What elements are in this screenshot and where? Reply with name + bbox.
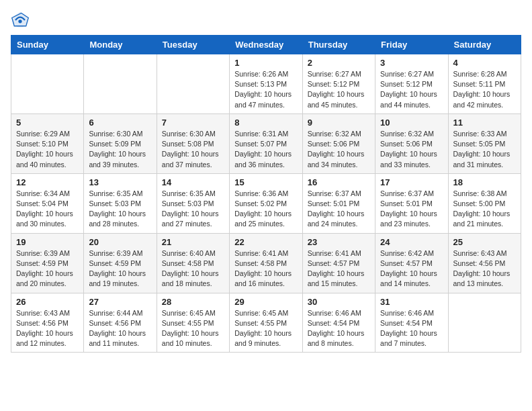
day-info: Sunrise: 6:26 AM Sunset: 5:13 PM Dayligh… [234, 69, 297, 110]
header-cell-monday: Monday [84, 36, 157, 54]
day-info: Sunrise: 6:39 AM Sunset: 4:59 PM Dayligh… [89, 248, 151, 289]
day-info: Sunrise: 6:42 AM Sunset: 4:57 PM Dayligh… [380, 248, 443, 289]
day-info: Sunrise: 6:46 AM Sunset: 4:54 PM Dayligh… [380, 308, 443, 349]
day-number: 7 [162, 118, 224, 128]
day-cell: 9Sunrise: 6:32 AM Sunset: 5:06 PM Daylig… [302, 113, 375, 173]
day-cell: 1Sunrise: 6:26 AM Sunset: 5:13 PM Daylig… [230, 54, 302, 114]
day-info: Sunrise: 6:27 AM Sunset: 5:12 PM Dayligh… [308, 69, 370, 110]
day-info: Sunrise: 6:34 AM Sunset: 5:04 PM Dayligh… [16, 189, 79, 230]
day-cell [448, 293, 521, 353]
day-cell: 12Sunrise: 6:34 AM Sunset: 5:04 PM Dayli… [11, 173, 84, 233]
day-info: Sunrise: 6:38 AM Sunset: 5:00 PM Dayligh… [453, 189, 516, 230]
page-header [11, 11, 521, 30]
day-cell: 27Sunrise: 6:44 AM Sunset: 4:56 PM Dayli… [84, 293, 157, 353]
day-number: 2 [308, 58, 370, 68]
day-info: Sunrise: 6:29 AM Sunset: 5:10 PM Dayligh… [16, 129, 79, 170]
day-number: 8 [234, 118, 297, 128]
day-cell: 6Sunrise: 6:30 AM Sunset: 5:09 PM Daylig… [84, 113, 157, 173]
day-number: 4 [453, 58, 516, 68]
day-info: Sunrise: 6:27 AM Sunset: 5:12 PM Dayligh… [380, 69, 443, 110]
day-cell: 31Sunrise: 6:46 AM Sunset: 4:54 PM Dayli… [375, 293, 448, 353]
week-row-5: 26Sunrise: 6:43 AM Sunset: 4:56 PM Dayli… [11, 293, 521, 353]
day-number: 3 [380, 58, 443, 68]
day-cell: 3Sunrise: 6:27 AM Sunset: 5:12 PM Daylig… [375, 54, 448, 114]
day-number: 30 [308, 297, 370, 307]
day-info: Sunrise: 6:32 AM Sunset: 5:06 PM Dayligh… [308, 129, 370, 170]
day-info: Sunrise: 6:41 AM Sunset: 4:58 PM Dayligh… [234, 248, 297, 289]
day-number: 1 [234, 58, 297, 68]
day-number: 16 [308, 177, 370, 187]
day-number: 31 [380, 297, 443, 307]
header-row: SundayMondayTuesdayWednesdayThursdayFrid… [11, 36, 521, 54]
day-number: 11 [453, 118, 516, 128]
day-cell: 29Sunrise: 6:45 AM Sunset: 4:55 PM Dayli… [230, 293, 302, 353]
svg-point-2 [18, 19, 21, 23]
day-info: Sunrise: 6:37 AM Sunset: 5:01 PM Dayligh… [380, 189, 443, 230]
week-row-1: 1Sunrise: 6:26 AM Sunset: 5:13 PM Daylig… [11, 54, 521, 114]
header-cell-tuesday: Tuesday [157, 36, 229, 54]
week-row-4: 19Sunrise: 6:39 AM Sunset: 4:59 PM Dayli… [11, 233, 521, 293]
day-info: Sunrise: 6:28 AM Sunset: 5:11 PM Dayligh… [453, 69, 516, 110]
day-number: 25 [453, 237, 516, 247]
header-cell-wednesday: Wednesday [230, 36, 302, 54]
day-cell: 17Sunrise: 6:37 AM Sunset: 5:01 PM Dayli… [375, 173, 448, 233]
week-row-2: 5Sunrise: 6:29 AM Sunset: 5:10 PM Daylig… [11, 113, 521, 173]
day-cell: 11Sunrise: 6:33 AM Sunset: 5:05 PM Dayli… [448, 113, 521, 173]
day-number: 15 [234, 177, 297, 187]
day-number: 29 [234, 297, 297, 307]
day-info: Sunrise: 6:45 AM Sunset: 4:55 PM Dayligh… [234, 308, 297, 349]
day-number: 22 [234, 237, 297, 247]
day-cell: 8Sunrise: 6:31 AM Sunset: 5:07 PM Daylig… [230, 113, 302, 173]
day-cell: 14Sunrise: 6:35 AM Sunset: 5:03 PM Dayli… [157, 173, 229, 233]
day-info: Sunrise: 6:39 AM Sunset: 4:59 PM Dayligh… [16, 248, 79, 289]
header-cell-thursday: Thursday [302, 36, 375, 54]
header-cell-friday: Friday [375, 36, 448, 54]
day-number: 19 [16, 237, 79, 247]
day-number: 26 [16, 297, 79, 307]
day-info: Sunrise: 6:37 AM Sunset: 5:01 PM Dayligh… [308, 189, 370, 230]
day-cell: 5Sunrise: 6:29 AM Sunset: 5:10 PM Daylig… [11, 113, 84, 173]
logo-icon [11, 11, 30, 30]
day-number: 28 [162, 297, 224, 307]
day-cell: 28Sunrise: 6:45 AM Sunset: 4:55 PM Dayli… [157, 293, 229, 353]
day-info: Sunrise: 6:43 AM Sunset: 4:56 PM Dayligh… [16, 308, 79, 349]
day-number: 21 [162, 237, 224, 247]
calendar-header: SundayMondayTuesdayWednesdayThursdayFrid… [11, 36, 521, 54]
day-number: 9 [308, 118, 370, 128]
day-cell: 10Sunrise: 6:32 AM Sunset: 5:06 PM Dayli… [375, 113, 448, 173]
day-info: Sunrise: 6:45 AM Sunset: 4:55 PM Dayligh… [162, 308, 224, 349]
day-cell [11, 54, 84, 114]
day-number: 27 [89, 297, 151, 307]
day-info: Sunrise: 6:35 AM Sunset: 5:03 PM Dayligh… [162, 189, 224, 230]
day-info: Sunrise: 6:36 AM Sunset: 5:02 PM Dayligh… [234, 189, 297, 230]
day-cell: 20Sunrise: 6:39 AM Sunset: 4:59 PM Dayli… [84, 233, 157, 293]
day-cell [157, 54, 229, 114]
day-cell: 4Sunrise: 6:28 AM Sunset: 5:11 PM Daylig… [448, 54, 521, 114]
day-number: 10 [380, 118, 443, 128]
header-cell-saturday: Saturday [448, 36, 521, 54]
day-number: 24 [380, 237, 443, 247]
day-number: 6 [89, 118, 151, 128]
day-info: Sunrise: 6:31 AM Sunset: 5:07 PM Dayligh… [234, 129, 297, 170]
day-info: Sunrise: 6:41 AM Sunset: 4:57 PM Dayligh… [308, 248, 370, 289]
week-row-3: 12Sunrise: 6:34 AM Sunset: 5:04 PM Dayli… [11, 173, 521, 233]
day-number: 13 [89, 177, 151, 187]
day-cell: 19Sunrise: 6:39 AM Sunset: 4:59 PM Dayli… [11, 233, 84, 293]
day-cell: 13Sunrise: 6:35 AM Sunset: 5:03 PM Dayli… [84, 173, 157, 233]
day-cell: 25Sunrise: 6:43 AM Sunset: 4:56 PM Dayli… [448, 233, 521, 293]
day-info: Sunrise: 6:32 AM Sunset: 5:06 PM Dayligh… [380, 129, 443, 170]
day-cell: 7Sunrise: 6:30 AM Sunset: 5:08 PM Daylig… [157, 113, 229, 173]
day-info: Sunrise: 6:40 AM Sunset: 4:58 PM Dayligh… [162, 248, 224, 289]
day-cell: 22Sunrise: 6:41 AM Sunset: 4:58 PM Dayli… [230, 233, 302, 293]
day-number: 17 [380, 177, 443, 187]
day-cell: 15Sunrise: 6:36 AM Sunset: 5:02 PM Dayli… [230, 173, 302, 233]
day-number: 5 [16, 118, 79, 128]
header-cell-sunday: Sunday [11, 36, 84, 54]
day-cell: 21Sunrise: 6:40 AM Sunset: 4:58 PM Dayli… [157, 233, 229, 293]
day-info: Sunrise: 6:44 AM Sunset: 4:56 PM Dayligh… [89, 308, 151, 349]
calendar-table: SundayMondayTuesdayWednesdayThursdayFrid… [11, 35, 521, 353]
day-info: Sunrise: 6:30 AM Sunset: 5:09 PM Dayligh… [89, 129, 151, 170]
day-info: Sunrise: 6:30 AM Sunset: 5:08 PM Dayligh… [162, 129, 224, 170]
day-cell: 23Sunrise: 6:41 AM Sunset: 4:57 PM Dayli… [302, 233, 375, 293]
day-info: Sunrise: 6:33 AM Sunset: 5:05 PM Dayligh… [453, 129, 516, 170]
